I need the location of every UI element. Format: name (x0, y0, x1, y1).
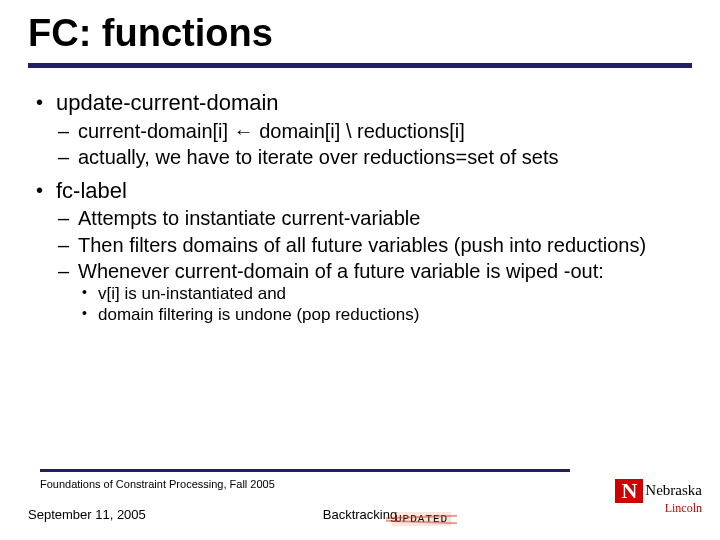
sub-bullet: Then filters domains of all future varia… (56, 233, 692, 257)
bullet-label: update-current-domain (56, 90, 279, 115)
sub-bullet: Attempts to instantiate current-variable (56, 206, 692, 230)
subsub-bullet: v[i] is un-instantiated and (78, 284, 692, 305)
logo-n-icon: N (615, 479, 643, 503)
sub-bullet: actually, we have to iterate over reduct… (56, 145, 692, 169)
footer-rule (40, 469, 570, 472)
subsub-bullet: domain filtering is undone (pop reductio… (78, 305, 692, 326)
footer-course: Foundations of Constraint Processing, Fa… (40, 478, 275, 490)
sub-bullet: Whenever current-domain of a future vari… (56, 259, 692, 326)
sub-bullet: current-domain[i] ← domain[i] \ reductio… (56, 119, 692, 143)
university-logo: NNebraska Lincoln (582, 479, 702, 516)
title-rule (28, 63, 692, 68)
bullet-label: fc-label (56, 178, 127, 203)
sub-bullet-text: Whenever current-domain of a future vari… (78, 260, 604, 282)
logo-text: Nebraska (645, 482, 702, 499)
bullet-fc-label: fc-label Attempts to instantiate current… (32, 178, 692, 326)
logo-subtext: Lincoln (582, 501, 702, 516)
slide-title: FC: functions (28, 12, 692, 61)
slide: FC: functions update-current-domain curr… (0, 0, 720, 540)
bullet-update-current-domain: update-current-domain current-domain[i] … (32, 90, 692, 170)
slide-content: update-current-domain current-domain[i] … (28, 90, 692, 326)
updated-badge: UPDATED (392, 512, 451, 526)
